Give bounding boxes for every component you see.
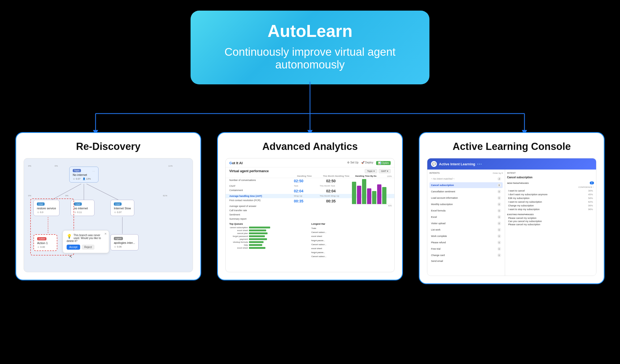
al-header-dots: • • • <box>477 163 482 166</box>
bar-chart-area: 100% 40% <box>352 175 392 218</box>
delete-popup: ✕ 💡 This branch was never used. Would yo… <box>63 230 109 253</box>
intents-label: Intents <box>429 172 440 174</box>
reject-button[interactable]: Reject <box>82 245 94 250</box>
intent-cancel-subscription[interactable]: Cancel subscription ℹ <box>429 182 503 188</box>
phrase-row-3: Edit my subscription 56% <box>507 196 594 200</box>
analytics-screenshot: Got It AI ⚙ Set Up 🚀 Deploy 📊 Optim Virt… <box>225 158 395 272</box>
active-learning-title: Active Learning Console <box>427 141 596 152</box>
intents-header: Intents Order by ▾ <box>429 172 503 174</box>
gmt-filter[interactable]: GMT ▾ <box>379 169 391 173</box>
intent-monthly-sub[interactable]: Monthly subscription ℹ <box>429 201 503 207</box>
svg-line-10 <box>87 184 122 202</box>
cursor-icon: ↖ <box>69 254 72 259</box>
rediscovery-card: Re-Discovery 0% 0% 11% 0% 9% 61% Topic ⋯… <box>15 132 201 280</box>
new-paraphrases-header: NEW PARAPHRASES 6 <box>507 180 594 185</box>
analytics-section-title: Virtual agent performance <box>229 169 269 173</box>
intent-load-account[interactable]: Load account information ℹ <box>429 195 503 201</box>
got-it-logo: Got It AI <box>229 161 243 165</box>
new-paraphrases-count: 6 <box>590 181 594 184</box>
intent-cancellation-sentiment[interactable]: Cancellation sentiment ℹ <box>429 189 503 194</box>
banner-title: AutoLearn <box>212 21 408 41</box>
topic-filter[interactable]: Topic ▾ <box>365 169 377 173</box>
active-learning-screenshot: 💬 Active Intent Learning • • • Intents O… <box>427 158 596 276</box>
rediscovery-title: Re-Discovery <box>24 141 193 152</box>
bottom-section: Top Queues cancel subscription excel she… <box>226 221 394 259</box>
al-intents-panel: Intents Order by ▾ ~ No intent matched ~… <box>427 170 505 276</box>
analytics-nav: ⚙ Set Up 🚀 Deploy 📊 Optim <box>347 161 391 165</box>
rediscovery-screenshot: 0% 0% 11% 0% 9% 61% Topic ⋯ No internet … <box>24 158 193 272</box>
connector-svg <box>0 82 620 140</box>
analytics-filters: Topic ▾ GMT ▾ <box>365 169 391 173</box>
tq-row-7: help <box>229 244 309 246</box>
intent-list-work[interactable]: List work ℹ <box>429 227 503 233</box>
phrase-row-4: I want to cancel my subscription 82% <box>507 200 594 204</box>
intent-excel-formula[interactable]: Excel formula ℹ <box>429 208 503 214</box>
intent-work-complete[interactable]: Work complete ℹ <box>429 233 503 239</box>
confidence-header: CONFIDENCE ↑ <box>507 186 594 188</box>
order-by[interactable]: Order by ▾ <box>493 172 502 174</box>
al-header-title: Active Intent Learning <box>439 162 475 166</box>
intent-free-trial[interactable]: Free trial ℹ <box>429 246 503 252</box>
user-node-3: User Internet Slow ☺ 0.07 <box>110 200 134 216</box>
new-paraphrases-label: NEW PARAPHRASES <box>507 182 529 184</box>
deploy-nav[interactable]: 🚀 Deploy <box>361 161 373 165</box>
bar-chart <box>352 178 392 204</box>
metrics-area: Number of conversations 02:50 02:50 CSAT… <box>226 178 394 221</box>
analytics-card: Advanced Analytics Got It AI ⚙ Set Up 🚀 … <box>217 132 403 280</box>
tq-row-4: forgot password <box>229 235 309 237</box>
topic-node: Topic ⋯ No internet ☺ 0.07 👤 13% <box>69 167 98 183</box>
existing-1: Please cancel my scription <box>507 216 594 220</box>
top-queues-section: Top Queues cancel subscription excel she… <box>229 223 309 259</box>
active-learning-card: Active Learning Console 💬 Active Intent … <box>419 132 605 284</box>
optim-nav[interactable]: 📊 Optim <box>376 161 391 165</box>
tq-row-8: excel sheet <box>229 247 309 249</box>
analytics-title: Advanced Analytics <box>225 141 395 152</box>
longest-handling-section: Longest Har Trate Cancel subscr... excel… <box>311 223 391 259</box>
rd-flow: 0% 0% 11% 0% 9% 61% Topic ⋯ No internet … <box>28 163 188 263</box>
agent-node: Agent apologies inter... ☺ 0.06 <box>110 234 139 250</box>
existing-3: Please cancel my subscription <box>507 223 594 226</box>
user-node-2: User no internet ☺ 0.11 <box>71 200 94 216</box>
al-paraphrases-panel: INTENT Cancel subscription NEW PARAPHRAS… <box>505 170 596 276</box>
accept-button[interactable]: Accept <box>67 245 80 250</box>
tq-row-2: excel sheet <box>229 229 309 232</box>
top-banner: AutoLearn Continuously improve virtual a… <box>191 11 429 84</box>
existing-2: Can you cancel my subscription <box>507 220 594 223</box>
setup-nav[interactable]: ⚙ Set Up <box>347 161 358 165</box>
phrase-row-6: I want to stop my subscription 96% <box>507 207 594 211</box>
al-header-icon: 💬 <box>431 161 437 167</box>
intent-column-label: INTENT <box>507 172 594 174</box>
popup-buttons: Accept Reject <box>67 245 105 250</box>
topic-name: No internet <box>73 173 95 176</box>
top-queues-title: Top Queues <box>229 223 309 225</box>
tq-row-5: payment <box>229 238 309 240</box>
phrase-row-5: Change my subscription 06% <box>507 204 594 207</box>
no-intent-row[interactable]: ~ No intent matched ~ ℹ <box>429 176 503 182</box>
intent-excel[interactable]: Excel ℹ <box>429 214 503 220</box>
popup-close[interactable]: ✕ <box>104 232 107 236</box>
existing-paraphrases-label: EXISTING PARAPHRASES <box>507 213 594 216</box>
cards-row: Re-Discovery 0% 0% 11% 0% 9% 61% Topic ⋯… <box>0 132 620 284</box>
al-body: Intents Order by ▾ ~ No intent matched ~… <box>427 170 596 276</box>
tq-row-3: cancel plan <box>229 232 309 235</box>
topic-label: Topic <box>73 169 81 172</box>
intent-visitor-upload[interactable]: Visitor upload ℹ <box>429 220 503 226</box>
longest-handling-title: Longest Har <box>311 223 391 225</box>
tq-row-6: vlookup formula <box>229 241 309 243</box>
topic-stats: ☺ 0.07 👤 13% <box>73 177 95 180</box>
longest-items: Trate Cancel subscr... excel sheet forgo… <box>311 226 391 259</box>
al-header: 💬 Active Intent Learning • • • <box>427 158 596 170</box>
phrase-row-1: I want to cancel 30% <box>507 189 594 193</box>
action-node: Action Action 1 ☺ 0.00 <box>33 234 57 251</box>
intent-send-email[interactable]: Send email <box>429 259 503 263</box>
intent-change-card[interactable]: Change card ℹ <box>429 252 503 258</box>
intent-please-refund[interactable]: Please refund ℹ <box>429 240 503 245</box>
banner-subtitle: Continuously improve virtual agent auton… <box>212 46 408 71</box>
tq-row-1: cancel subscription <box>229 226 309 229</box>
selected-intent-name: Cancel subscription <box>507 176 594 179</box>
analytics-header: Got It AI ⚙ Set Up 🚀 Deploy 📊 Optim <box>226 158 394 167</box>
lightbulb-icon: 💡 <box>67 234 72 239</box>
phrase-row-2: I don't want my subscription anymore 45% <box>507 193 594 196</box>
